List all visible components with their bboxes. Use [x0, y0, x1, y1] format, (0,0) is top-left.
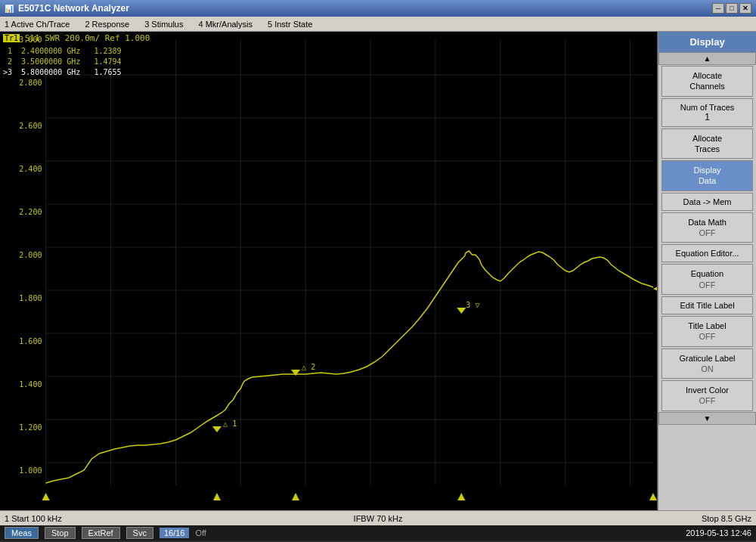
freq-marker-2 [292, 493, 299, 500]
trace-id: Tr1 [3, 34, 20, 42]
svg-text:1.600: 1.600 [19, 337, 42, 345]
data-to-mem-button[interactable]: Data -> Mem [662, 193, 753, 211]
svg-text:1.400: 1.400 [19, 380, 42, 389]
status-start-freq: 1 Start 100 kHz [5, 514, 249, 523]
scroll-up-button[interactable]: ▲ [658, 52, 756, 65]
marker3-triangle [457, 308, 466, 314]
datetime: 2019-05-13 12:46 [686, 528, 751, 537]
data-math-button[interactable]: Data MathOFF [662, 212, 753, 243]
off-indicator: Off [195, 528, 206, 537]
menu-stimulus[interactable]: 3 Stimulus [143, 20, 184, 29]
extref-button[interactable]: ExtRef [82, 527, 120, 539]
svg-text:2.400: 2.400 [19, 165, 42, 173]
title-bar: 📊 E5071C Network Analyzer ─ □ ✕ [0, 0, 756, 17]
menu-instr-state[interactable]: 5 Instr State [266, 20, 314, 29]
status-stop-freq: Stop 8.5 GHz [507, 514, 751, 523]
scroll-down-button[interactable]: ▼ [658, 412, 756, 425]
freq-marker-3 [457, 493, 465, 500]
svg-text:2.200: 2.200 [19, 208, 42, 216]
right-panel: Display ▲ AllocateChannels Num of Traces… [658, 32, 756, 510]
svg-text:1.000: 1.000 [19, 466, 42, 475]
num-of-traces-button[interactable]: Num of Traces1 [662, 98, 753, 127]
svg-text:2.600: 2.600 [19, 122, 42, 130]
marker-2: 2 3.5000000 GHz 1.4794 [3, 57, 150, 67]
status-bar: 1 Start 100 kHz IFBW 70 kHz Stop 8.5 GHz [0, 510, 756, 525]
marker-3: >3 5.8000000 GHz 1.7655 [3, 67, 150, 78]
marker2-label: △ 2 [302, 363, 315, 371]
marker2-triangle [291, 370, 300, 376]
page-indicator: 16/16 [160, 528, 190, 538]
menu-mkr-analysis[interactable]: 4 Mkr/Analysis [197, 20, 254, 29]
minimize-button[interactable]: ─ [712, 3, 724, 14]
app-icon: 📊 [5, 5, 14, 13]
window-controls: ─ □ ✕ [712, 3, 751, 14]
app-title: E5071C Network Analyzer [18, 3, 129, 14]
trace-header: Tr1 S11 SWR 200.0m/ Ref 1.000 1 2.400000… [3, 33, 150, 78]
marker-list: 1 2.4000000 GHz 1.2389 2 3.5000000 GHz 1… [3, 46, 150, 78]
svg-text:2.800: 2.800 [19, 79, 42, 87]
chart-svg: 3.000 2.800 2.600 2.400 2.200 2.000 1.80… [0, 32, 657, 510]
marker1-triangle [212, 426, 222, 432]
marker-1: 1 2.4000000 GHz 1.2389 [3, 46, 150, 57]
meas-button[interactable]: Meas [5, 527, 39, 539]
menu-response[interactable]: 2 Response [83, 20, 131, 29]
freq-marker-1 [213, 493, 221, 500]
menu-bar: 1 Active Ch/Trace 2 Response 3 Stimulus … [0, 17, 756, 32]
svc-button[interactable]: Svc [126, 527, 153, 539]
status-ifbw: IFBW 70 kHz [256, 514, 500, 523]
allocate-traces-button[interactable]: AllocateTraces [662, 129, 753, 160]
marker3-label: 3 ▽ [466, 301, 480, 309]
invert-color-button[interactable]: Invert ColorOFF [662, 380, 753, 411]
end-marker [649, 493, 657, 500]
trace-title: Tr1 S11 SWR 200.0m/ Ref 1.000 [3, 33, 150, 43]
marker1-label: △ 1 [223, 420, 237, 428]
stop-button[interactable]: Stop [45, 527, 76, 539]
svg-text:1.800: 1.800 [19, 294, 42, 302]
svg-text:1.200: 1.200 [19, 423, 42, 432]
close-button[interactable]: ✕ [739, 3, 751, 14]
title-label-button[interactable]: Title LabelOFF [662, 316, 753, 347]
right-marker [653, 285, 657, 293]
graticule-label-button[interactable]: Graticule LabelON [662, 348, 753, 379]
chart-area: Tr1 S11 SWR 200.0m/ Ref 1.000 1 2.400000… [0, 32, 658, 510]
restore-button[interactable]: □ [726, 3, 738, 14]
svg-text:2.000: 2.000 [19, 251, 42, 259]
trace-measurement: S11 SWR 200.0m/ Ref 1.000 [25, 33, 150, 43]
equation-editor-button[interactable]: Equation Editor... [662, 244, 753, 262]
start-marker [42, 493, 50, 500]
display-data-button[interactable]: DisplayData [662, 160, 753, 191]
allocate-channels-button[interactable]: AllocateChannels [662, 66, 753, 97]
menu-active-ch[interactable]: 1 Active Ch/Trace [3, 20, 71, 29]
edit-title-label-button[interactable]: Edit Title Label [662, 296, 753, 314]
bottom-bar: Meas Stop ExtRef Svc 16/16 Off 2019-05-1… [0, 525, 756, 540]
display-panel-title: Display [658, 32, 756, 52]
equation-button[interactable]: EquationOFF [662, 264, 753, 295]
